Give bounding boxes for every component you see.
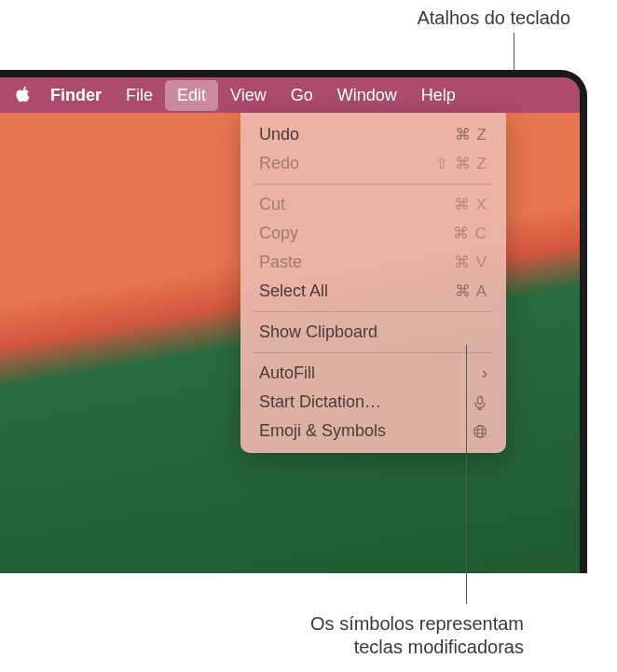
menu-item-shortcut: ⌘ C [453, 224, 487, 243]
menubar: Finder File Edit View Go Window Help [0, 77, 580, 113]
menubar-go[interactable]: Go [279, 80, 325, 111]
menu-item-label: Cut [259, 195, 285, 214]
svg-point-2 [477, 425, 483, 437]
menu-item-label: Emoji & Symbols [259, 421, 386, 441]
menu-item-label: Copy [259, 224, 298, 243]
menu-item-label: AutoFill [259, 363, 315, 383]
menubar-app-name[interactable]: Finder [50, 80, 114, 111]
apple-logo-icon[interactable] [13, 85, 34, 105]
menu-separator [254, 184, 493, 185]
menu-item-shortcut: ⌘ X [454, 195, 487, 214]
menu-item-shortcut: ⌘ V [454, 253, 487, 272]
svg-rect-0 [478, 396, 483, 404]
chevron-right-icon: › [482, 363, 487, 383]
menu-item-label: Select All [259, 281, 328, 301]
menu-item-cut: Cut ⌘ X [240, 190, 506, 219]
annotation-modifier-keys: Os símbolos representam teclas modificad… [310, 612, 524, 659]
annotation-keyboard-shortcuts: Atalhos do teclado [417, 7, 570, 29]
menu-item-shortcut: ⇧ ⌘ Z [435, 154, 487, 173]
annotation-line [466, 345, 467, 604]
menu-item-label: Start Dictation… [259, 392, 381, 412]
menu-item-select-all[interactable]: Select All ⌘ A [240, 277, 506, 306]
menu-separator [254, 352, 493, 353]
device-frame: Finder File Edit View Go Window Help Und… [0, 70, 587, 573]
menu-item-shortcut: ⌘ A [455, 281, 487, 301]
menubar-file[interactable]: File [114, 80, 165, 111]
menu-item-copy: Copy ⌘ C [240, 219, 506, 248]
svg-point-1 [474, 425, 487, 437]
menu-item-label: Undo [259, 125, 299, 144]
desktop-screen: Finder File Edit View Go Window Help Und… [0, 77, 580, 573]
menubar-view[interactable]: View [218, 80, 279, 111]
menu-item-paste: Paste ⌘ V [240, 248, 506, 277]
menu-item-label: Show Clipboard [259, 322, 377, 342]
menu-item-label: Redo [259, 154, 299, 173]
menu-item-show-clipboard[interactable]: Show Clipboard [240, 318, 506, 347]
menu-item-redo: Redo ⇧ ⌘ Z [240, 149, 506, 178]
menubar-window[interactable]: Window [325, 80, 409, 111]
menubar-help[interactable]: Help [409, 80, 468, 111]
menu-item-undo[interactable]: Undo ⌘ Z [240, 120, 506, 149]
menubar-edit[interactable]: Edit [165, 80, 218, 111]
menu-item-shortcut: ⌘ Z [455, 125, 487, 144]
menu-item-label: Paste [259, 253, 302, 272]
microphone-icon [473, 395, 487, 410]
menu-separator [254, 311, 493, 312]
globe-icon [473, 424, 487, 439]
